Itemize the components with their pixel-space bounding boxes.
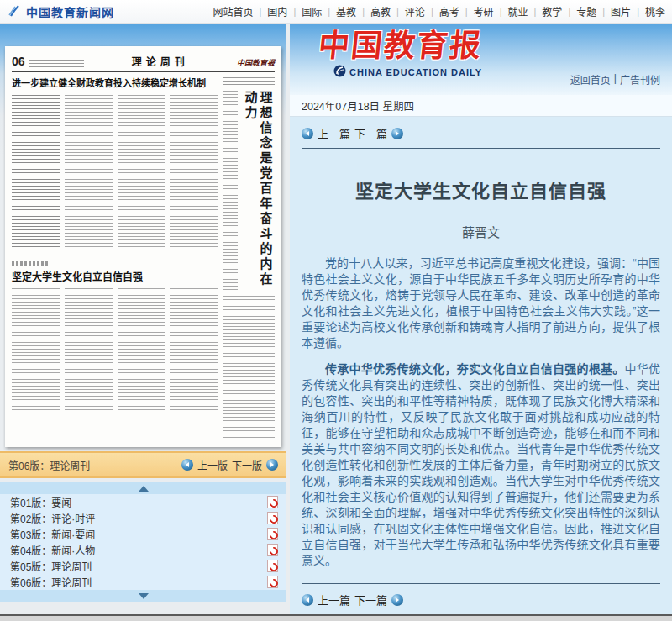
article-paragraph: 传承中华优秀传统文化，夯实文化自立自信自强的根基。中华优秀传统文化具有突出的连续… (302, 361, 660, 569)
next-edition-button[interactable]: 下一版 (232, 458, 262, 472)
edition-pager-bar: 第06版：理论周刊 上一版 下一版 (0, 451, 286, 478)
nav-item-photos[interactable]: 图片 (611, 4, 631, 18)
nav-item-higher-edu[interactable]: 高教 (370, 4, 391, 18)
paragraph-text: 党的十八大以来，习近平总书记高度重视文化建设，强调：“中国特色社会主义文化，源自… (302, 256, 660, 350)
edition-pager-nav: 上一版 下一版 (181, 458, 278, 472)
newspaper-header: 06 理论周刊 中国教育报 (12, 51, 275, 68)
paper-brand-title: 中国教育报 (317, 29, 484, 63)
edition-item-label: 第03版：新闻·要闻 (10, 527, 95, 541)
prev-article-icon[interactable] (302, 128, 313, 139)
scroll-up-arrow[interactable] (0, 482, 286, 494)
prev-article-button[interactable]: 上一篇 (318, 592, 350, 608)
prev-article-icon[interactable] (302, 594, 313, 606)
newspaper-vertical-headline: 理想信念是党百年奋斗的内在动力 (243, 91, 273, 291)
next-article-button[interactable]: 下一篇 (354, 592, 387, 608)
next-article-icon[interactable] (391, 128, 403, 139)
back-home-link[interactable]: 返回首页 (570, 72, 611, 87)
newspaper-right-area: 理想信念是党百年奋斗的内在动力 (223, 77, 275, 439)
newspaper-headline-1: 进一步建立健全财政教育投入持续稳定增长机制 (12, 77, 218, 90)
pdf-icon[interactable] (267, 512, 278, 524)
pdf-icon[interactable] (267, 544, 278, 556)
site-top-bar: 中国教育新闻网 网站首页| 国内| 国际| 基教| 高教| 评论| 高考| 考研… (0, 0, 672, 24)
edition-item-label: 第05版：理论周刊 (10, 559, 92, 573)
edition-item[interactable]: 第04版：新闻·人物 (0, 542, 286, 558)
nav-separator: | (602, 7, 605, 17)
nav-item-domestic[interactable]: 国内 (267, 4, 287, 18)
edition-item[interactable]: 第03版：新闻·要闻 (0, 526, 286, 542)
masthead-links: 返回首页 | 广告刊例 (570, 72, 660, 87)
nav-item-special[interactable]: 专题 (576, 4, 596, 18)
article-paragraph: 党的十八大以来，习近平总书记高度重视文化建设，强调：“中国特色社会主义文化，源自… (302, 255, 660, 351)
pdf-icon[interactable] (267, 528, 278, 540)
nav-item-teaching[interactable]: 教学 (542, 4, 562, 18)
simulated-text-column (118, 95, 165, 253)
right-panel: 中国教育报 CHINA EDUCATION DAILY 返回首页 | 广告刊例 … (290, 24, 672, 614)
nav-separator: | (637, 7, 639, 17)
newspaper-article1-columns (12, 95, 218, 253)
nav-separator: | (534, 7, 537, 17)
nav-item-basic-edu[interactable]: 基教 (336, 4, 356, 18)
edition-list: 第01版：要闻 第02版：评论·时评 第03版：新闻·要闻 第04版：新闻·人物… (0, 482, 286, 602)
article-bottom-nav: 上一篇 下一篇 (302, 590, 660, 609)
nav-item-jobs[interactable]: 就业 (507, 4, 528, 18)
edition-item-label: 第02版：评论·时评 (10, 511, 95, 525)
simulated-text-column (170, 288, 218, 414)
newspaper-section-title: 理论周刊 (132, 54, 189, 68)
pdf-icon[interactable] (267, 560, 278, 572)
nav-separator: | (568, 7, 570, 17)
nav-item-kaoyan[interactable]: 考研 (474, 4, 494, 18)
main-content: 06 理论周刊 中国教育报 进一步建立健全财政教育投入持续稳定增长机制 (0, 24, 672, 614)
nav-item-comment[interactable]: 评论 (405, 4, 425, 18)
edition-item[interactable]: 第01版：要闻 (0, 494, 286, 510)
top-navigation: 网站首页| 国内| 国际| 基教| 高教| 评论| 高考| 考研| 就业| 教学… (213, 4, 665, 18)
simulated-text-column (65, 95, 113, 253)
link-separator: | (614, 72, 617, 87)
nav-item-taoli[interactable]: 桃李 (645, 4, 665, 18)
nav-separator: | (431, 7, 433, 17)
article-body: 坚定大学生文化自立自信自强 薛晋文 党的十八大以来，习近平总书记高度重视文化建设… (302, 149, 660, 578)
edition-item-label: 第01版：要闻 (10, 495, 71, 509)
simulated-text-column (65, 288, 113, 414)
down-triangle-icon (139, 593, 149, 599)
up-triangle-icon (139, 486, 149, 492)
newspaper-body: 进一步建立健全财政教育投入持续稳定增长机制 坚定大学生文化自立自信自强 (12, 77, 275, 439)
newspaper-page-number: 06 (12, 55, 25, 68)
next-edition-icon[interactable] (266, 459, 278, 471)
simulated-text-column (170, 95, 218, 253)
current-edition-label: 第06版：理论周刊 (8, 458, 90, 472)
edition-item[interactable]: 第02版：评论·时评 (0, 510, 286, 526)
prev-article-button[interactable]: 上一篇 (318, 125, 350, 141)
prev-edition-button[interactable]: 上一版 (197, 458, 228, 472)
simulated-text-block (223, 77, 275, 87)
newspaper-article2-columns (12, 288, 218, 414)
newspaper-headline-2: 坚定大学生文化自立自信自强 (12, 269, 218, 283)
newspaper-header-rule (12, 71, 275, 72)
nav-item-international[interactable]: 国际 (302, 4, 322, 18)
nav-item-gaokao[interactable]: 高考 (439, 4, 459, 18)
next-article-button[interactable]: 下一篇 (354, 125, 387, 141)
paper-brand-subtitle: CHINA EDUCATION DAILY (349, 67, 482, 77)
prev-edition-icon[interactable] (181, 459, 193, 471)
nav-separator: | (293, 7, 296, 17)
paper-masthead-header: 中国教育报 CHINA EDUCATION DAILY 返回首页 | 广告刊例 (290, 24, 672, 95)
article-bottom-nav-wrap: 上一篇 下一篇 (302, 578, 660, 609)
scroll-down-arrow[interactable] (0, 590, 286, 602)
newspaper-page-preview[interactable]: 06 理论周刊 中国教育报 进一步建立健全财政教育投入持续稳定增长机制 (5, 46, 281, 447)
ad-rates-link[interactable]: 广告刊例 (620, 72, 660, 87)
article-text: 党的十八大以来，习近平总书记高度重视文化建设，强调：“中国特色社会主义文化，源自… (302, 255, 660, 578)
pdf-icon[interactable] (267, 576, 278, 588)
paper-brand[interactable]: 中国教育报 CHINA EDUCATION DAILY (318, 29, 482, 81)
next-article-icon[interactable] (391, 594, 403, 606)
edition-item[interactable]: 第06版：理论周刊 (0, 574, 286, 590)
site-logo[interactable]: 中国教育新闻网 (8, 3, 114, 20)
paragraph-text: 中华优秀传统文化具有突出的连续性、突出的创新性、突出的统一性、突出的包容性、突出… (302, 362, 660, 567)
nav-item-home[interactable]: 网站首页 (213, 4, 253, 18)
simulated-text-column (12, 288, 60, 414)
page-footer-strip (0, 614, 672, 621)
edition-item[interactable]: 第05版：理论周刊 (0, 558, 286, 574)
pdf-icon[interactable] (267, 496, 278, 508)
edition-item-label: 第06版：理论周刊 (10, 575, 92, 589)
nav-separator: | (465, 7, 468, 17)
article-author: 薛晋文 (302, 223, 660, 240)
globe-icon (333, 65, 346, 81)
